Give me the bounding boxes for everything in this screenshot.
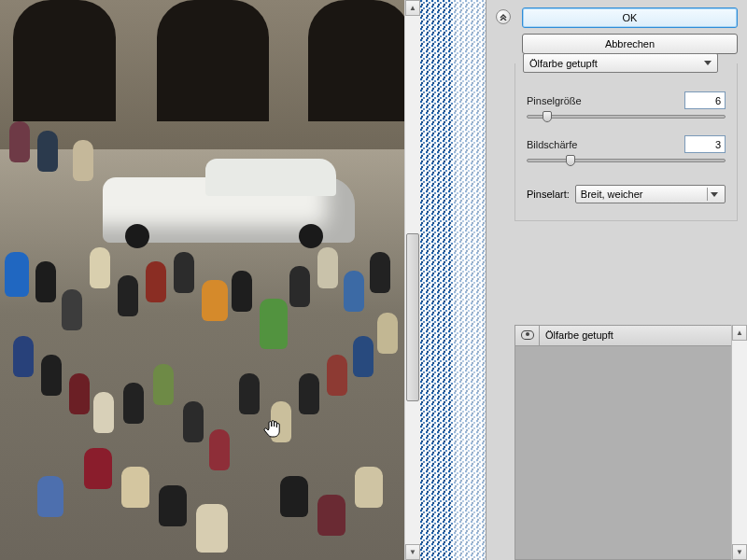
brush-size-slider[interactable] (527, 115, 726, 119)
chevron-down-icon (707, 188, 720, 201)
layers-empty-area (515, 346, 737, 559)
brush-size-label: Pinselgröße (527, 95, 684, 106)
collapse-toggle-icon[interactable] (496, 9, 511, 24)
preview-overflow (420, 0, 486, 560)
filter-preset-dropdown[interactable]: Ölfarbe getupft (523, 53, 718, 73)
hand-cursor-icon (263, 418, 282, 439)
slider-thumb[interactable] (566, 155, 575, 166)
sharpness-slider[interactable] (527, 159, 726, 162)
sharpness-input[interactable] (684, 135, 726, 153)
brush-size-input[interactable] (684, 91, 726, 109)
layer-row[interactable]: Ölfarbe getupft (515, 326, 737, 346)
visibility-toggle[interactable] (515, 326, 540, 345)
eye-icon (521, 330, 534, 340)
cancel-button[interactable]: Abbrechen (522, 34, 738, 54)
filter-preset-label: Ölfarbe getupft (529, 58, 598, 69)
preview-scrollbar[interactable]: ▲ ▼ (404, 0, 420, 560)
filter-settings-group: Ölfarbe getupft Pinselgröße Bildschärfe … (514, 63, 738, 221)
crowd (0, 233, 404, 560)
brush-type-label: Pinselart: (527, 189, 570, 200)
filter-preview[interactable] (0, 0, 404, 560)
filter-panel: OK Abbrechen Ölfarbe getupft Pinselgröße… (486, 0, 747, 560)
scroll-down-icon[interactable]: ▼ (405, 544, 420, 560)
scroll-thumb[interactable] (406, 233, 419, 401)
brush-type-dropdown[interactable]: Breit, weicher (575, 185, 726, 203)
sharpness-label: Bildschärfe (527, 139, 684, 150)
chevron-down-icon (704, 61, 712, 65)
layer-name: Ölfarbe getupft (540, 329, 613, 341)
svg-rect-7 (453, 0, 486, 560)
ok-button[interactable]: OK (522, 7, 738, 28)
scroll-down-icon[interactable]: ▼ (732, 544, 747, 560)
preview-pane: ▲ ▼ (0, 0, 420, 560)
slider-thumb[interactable] (543, 111, 552, 122)
effect-layers-panel: Ölfarbe getupft (514, 325, 738, 560)
layers-scrollbar[interactable]: ▲ ▼ (731, 325, 747, 560)
scroll-up-icon[interactable]: ▲ (732, 325, 747, 341)
brush-type-value: Breit, weicher (581, 189, 643, 200)
scroll-up-icon[interactable]: ▲ (405, 0, 420, 16)
